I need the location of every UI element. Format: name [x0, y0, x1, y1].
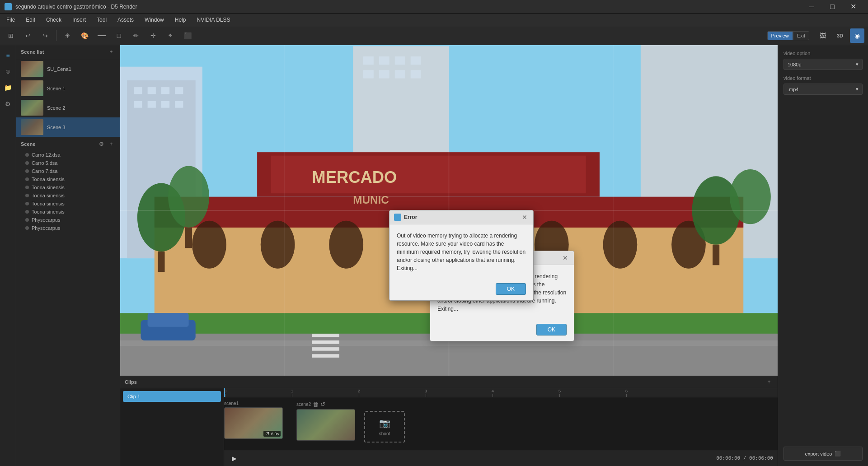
settings-icon[interactable]: ⚙	[2, 98, 14, 110]
preview-label[interactable]: Preview	[767, 31, 793, 40]
scene-obj-toona1[interactable]: Toona sinensis	[16, 175, 120, 183]
pen-tool-button[interactable]: ✏	[129, 28, 143, 43]
video-format-select[interactable]: .mp4 ▾	[784, 84, 863, 95]
screenshot-button[interactable]: 🖼	[816, 28, 830, 43]
scene-obj-carro7[interactable]: Carro 7.dsa	[16, 167, 120, 175]
scene-item-scene1[interactable]: Scene 1	[16, 79, 120, 98]
dialog1-ok-button[interactable]: OK	[496, 283, 526, 295]
clip-item-1[interactable]: Clip 1	[123, 391, 221, 402]
export-video-button[interactable]: export video ⬛	[784, 447, 863, 461]
scene2-track: scene2 🗑 ↺	[296, 401, 355, 441]
ruler-mark-2: 2	[358, 389, 360, 397]
scene-obj-physo1[interactable]: Physocarpus	[16, 216, 120, 224]
redo-button[interactable]: ↪	[38, 28, 52, 43]
viewport: MERCADO MUNIC ✕ Out of video memory tryi…	[120, 45, 778, 376]
dialog2-ok-button[interactable]: OK	[536, 324, 567, 336]
toolbar: ⊞ ↩ ↪ ☀ 🎨 — □ ✏ ✛ ⌖ ⬛ Preview Exit 🖼 3D …	[0, 26, 868, 45]
menu-file[interactable]: File	[2, 15, 19, 25]
svg-rect-4	[148, 87, 156, 94]
export-icon: ⬛	[835, 451, 841, 457]
scene-obj-label: Toona sinensis	[32, 193, 65, 198]
person-icon[interactable]: ☺	[2, 65, 14, 78]
play-button[interactable]: ▶	[229, 453, 239, 464]
add-scene-button[interactable]: +	[107, 48, 115, 56]
svg-rect-16	[363, 70, 374, 78]
view-toggle-button[interactable]: ◉	[850, 28, 864, 43]
title-controls: ─ □ ✕	[801, 0, 863, 14]
dialog1-title-bar: Error ✕	[389, 210, 533, 224]
paint-mode-button[interactable]: 🎨	[77, 28, 92, 43]
scene-obj-label: Physocarpus	[32, 225, 61, 231]
menu-window[interactable]: Window	[140, 15, 169, 25]
obj-dot	[25, 177, 29, 181]
rect-tool-button[interactable]: □	[112, 28, 126, 43]
scene-obj-toona3[interactable]: Toona sinensis	[16, 191, 120, 200]
title-bar: segundo arquivo centro gastronômico - D5…	[0, 0, 868, 14]
menu-edit[interactable]: Edit	[21, 15, 40, 25]
menu-assets[interactable]: Assets	[113, 15, 138, 25]
refresh-scene2-button[interactable]: ↺	[320, 401, 325, 408]
scene-item-scene3[interactable]: Scene 3	[16, 117, 120, 137]
scene-item-su-cena1[interactable]: SU_Cena1	[16, 59, 120, 79]
scene1-duration: 6.0s	[271, 432, 279, 436]
dialog1-close-button[interactable]: ✕	[521, 213, 529, 221]
folder-icon[interactable]: 📁	[2, 81, 14, 94]
svg-rect-5	[161, 87, 169, 94]
obj-dot	[25, 194, 29, 197]
measure-tool-button[interactable]: ⌖	[163, 28, 178, 43]
shoot-clip[interactable]: 📷 shoot	[364, 411, 405, 443]
menu-insert[interactable]: Insert	[68, 15, 90, 25]
right-panel: video option 1080p ▾ video format .mp4 ▾…	[778, 45, 868, 466]
move-tool-button[interactable]: ✛	[146, 28, 160, 43]
exit-label[interactable]: Exit	[793, 31, 809, 40]
svg-text:MERCADO: MERCADO	[312, 168, 397, 186]
layer-icon[interactable]: ≡	[2, 49, 14, 61]
scene1-clip[interactable]: ⏱ 6.0s	[224, 407, 283, 439]
scene-obj-label: Toona sinensis	[32, 185, 65, 190]
scene-obj-toona2[interactable]: Toona sinensis	[16, 183, 120, 191]
grid-toggle-button[interactable]: ⊞	[4, 28, 18, 43]
menu-help[interactable]: Help	[170, 15, 191, 25]
svg-rect-12	[363, 56, 374, 65]
scene-obj-carro12[interactable]: Carro 12.dsa	[16, 151, 120, 159]
scene-label-scene3: Scene 3	[47, 125, 65, 130]
video-format-value: .mp4	[788, 87, 798, 92]
menu-tool[interactable]: Tool	[92, 15, 111, 25]
menu-nvidia-dlss[interactable]: NVIDIA DLSS	[192, 15, 235, 25]
maximize-button[interactable]: □	[822, 0, 843, 14]
center-area: MERCADO MUNIC ✕ Out of video memory tryi…	[120, 45, 778, 466]
scene2-track-label: scene2	[296, 402, 311, 407]
dialog2-close-button[interactable]: ✕	[561, 254, 569, 262]
add-scene-obj-button[interactable]: +	[107, 140, 115, 148]
scene-obj-carro5[interactable]: Carro 5.dsa	[16, 159, 120, 167]
scene-thumb-scene2	[21, 100, 43, 116]
scene-obj-toona5[interactable]: Toona sinensis	[16, 208, 120, 216]
video-format-section: video format .mp4 ▾	[784, 75, 863, 95]
timeline-content: Clip 1 0 1	[120, 388, 778, 466]
dialog1-message: Out of video memory trying to allocate a…	[397, 233, 525, 271]
app-icon	[5, 3, 12, 10]
close-button[interactable]: ✕	[843, 0, 863, 14]
scene2-clip[interactable]	[296, 409, 355, 441]
line-tool-button[interactable]: —	[94, 28, 109, 43]
scene-obj-toona4[interactable]: Toona sinensis	[16, 200, 120, 208]
svg-rect-38	[713, 245, 719, 265]
scene-obj-physo2[interactable]: Physocarpus	[16, 224, 120, 232]
error-dialog-1[interactable]: Error ✕ Out of video memory trying to al…	[389, 210, 534, 301]
camera-tool-button[interactable]: ⬛	[180, 28, 195, 43]
sun-mode-button[interactable]: ☀	[60, 28, 75, 43]
delete-scene2-button[interactable]: 🗑	[313, 401, 319, 408]
video-option-chevron: ▾	[856, 61, 859, 67]
3d-toggle-button[interactable]: 3D	[833, 28, 847, 43]
menu-check[interactable]: Check	[42, 15, 66, 25]
scene2-clip-preview	[297, 410, 355, 440]
add-clip-button[interactable]: +	[765, 378, 773, 386]
scene-settings-button[interactable]: ⚙	[97, 140, 105, 148]
svg-rect-13	[379, 56, 389, 65]
undo-button[interactable]: ↩	[21, 28, 35, 43]
scene-section: Scene ⚙ + Carro 12.dsa Carro 5.dsa Carro…	[16, 137, 120, 466]
minimize-button[interactable]: ─	[801, 0, 822, 14]
ruler-mark-5: 5	[558, 389, 561, 397]
scene-item-scene2[interactable]: Scene 2	[16, 98, 120, 117]
video-option-select[interactable]: 1080p ▾	[784, 59, 863, 70]
